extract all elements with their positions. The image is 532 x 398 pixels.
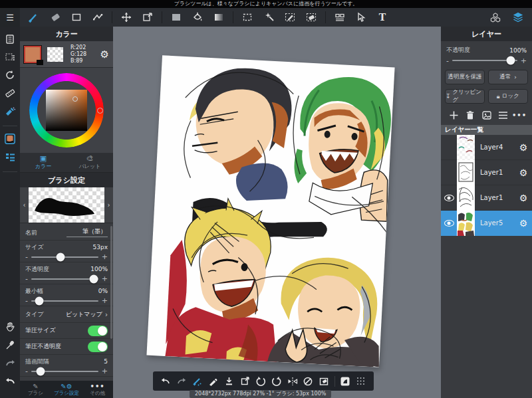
clipping-button[interactable]: ↧クリッピング xyxy=(445,89,485,104)
select-menu-icon[interactable] xyxy=(4,51,16,63)
tab-palette[interactable]: 🎨︎ パレット xyxy=(66,153,113,172)
text-tool-button[interactable]: T xyxy=(376,11,388,23)
deselect-button[interactable] xyxy=(303,375,314,387)
rotate-reset-icon[interactable] xyxy=(4,69,16,81)
tab-brush-settings[interactable]: ✎⚙ ブラシ設定 xyxy=(51,381,82,398)
layer-list-button[interactable] xyxy=(497,110,509,120)
move-tool-button[interactable] xyxy=(120,11,132,23)
plus-button[interactable]: + xyxy=(521,56,527,65)
foreground-color-swatch[interactable] xyxy=(24,46,41,63)
save-button[interactable] xyxy=(223,375,235,387)
shape-tool-button[interactable] xyxy=(70,11,82,23)
hue-marker[interactable] xyxy=(97,108,103,114)
bucket-tool-button[interactable] xyxy=(192,11,203,23)
material-quick-button[interactable] xyxy=(339,375,350,387)
minus-button[interactable]: - xyxy=(25,296,28,305)
layer-more-button[interactable]: ••• xyxy=(513,110,525,120)
plus-button[interactable]: + xyxy=(102,252,108,261)
saturation-value-box[interactable] xyxy=(46,90,87,131)
delete-layer-button[interactable] xyxy=(464,110,476,120)
brush-type-row[interactable]: タイプ ビットマップ › xyxy=(20,306,113,323)
pen-button[interactable] xyxy=(207,375,219,387)
color-settings-gear-icon[interactable]: ⚙ xyxy=(100,49,109,60)
tab-brush[interactable]: ✎ ブラシ xyxy=(20,381,51,398)
size-slider[interactable] xyxy=(31,256,98,258)
minus-button[interactable]: - xyxy=(25,367,28,375)
main-menu-button[interactable]: ☰ xyxy=(0,8,20,27)
layer-row[interactable]: Layer1 ⚙ xyxy=(441,160,532,185)
select-tool-button[interactable] xyxy=(241,11,253,23)
clear-button[interactable] xyxy=(319,375,330,387)
tab-other[interactable]: ••• その他 xyxy=(82,381,113,398)
tab-color[interactable]: ▣ カラー xyxy=(20,153,66,172)
brush-select-button[interactable] xyxy=(192,375,203,387)
select-eraser-tool-button[interactable] xyxy=(305,11,317,23)
sv-marker[interactable] xyxy=(72,96,78,102)
undo-button[interactable] xyxy=(160,375,172,387)
material-panel-button[interactable] xyxy=(489,11,501,23)
lock-button[interactable]: 🔒︎ロック xyxy=(488,89,528,104)
layer-row-selected[interactable]: Layer5 ⚙ xyxy=(441,211,532,236)
eraser-tool-button[interactable] xyxy=(49,11,61,23)
min-width-slider[interactable] xyxy=(31,300,98,302)
drawing-canvas[interactable] xyxy=(146,55,394,367)
layer-row[interactable]: Layer4 ⚙ xyxy=(441,135,532,160)
interval-slider[interactable] xyxy=(31,371,98,372)
layer-gear-icon[interactable]: ⚙ xyxy=(515,142,532,153)
transform-tool-button[interactable] xyxy=(142,11,154,23)
blend-mode-button[interactable]: 通常› xyxy=(488,70,528,84)
layer-gear-icon[interactable]: ⚙ xyxy=(515,193,532,203)
canvas-status-readout: 2048*2732px 778dpi 27% -1° ブラシ: 53px 100… xyxy=(190,390,331,398)
background-color-swatch[interactable] xyxy=(47,47,63,62)
flip-horizontal-button[interactable] xyxy=(287,375,298,387)
operation-tool-button[interactable] xyxy=(355,11,367,23)
airbrush-icon[interactable] xyxy=(4,105,16,117)
left-shortcut-bar xyxy=(0,27,20,398)
pages-icon[interactable] xyxy=(4,33,16,45)
plus-button[interactable]: + xyxy=(102,367,108,375)
minus-button[interactable]: - xyxy=(446,56,449,65)
brush-list-icon[interactable] xyxy=(4,151,16,163)
next-brush-chevron[interactable]: › xyxy=(104,187,113,223)
grid-button[interactable] xyxy=(355,375,366,387)
plus-button[interactable]: + xyxy=(102,296,108,305)
eyedropper-tool-icon[interactable] xyxy=(4,339,16,351)
protect-alpha-button[interactable]: 透明度を保護 xyxy=(445,70,485,84)
layers-panel-button[interactable] xyxy=(512,11,524,23)
visibility-toggle[interactable] xyxy=(441,195,457,201)
redo-button[interactable] xyxy=(176,375,188,387)
plus-button[interactable]: + xyxy=(102,274,108,283)
add-layer-button[interactable] xyxy=(448,110,460,120)
opacity-slider[interactable] xyxy=(31,278,98,280)
curve-tool-button[interactable] xyxy=(92,11,104,23)
visibility-toggle[interactable] xyxy=(441,220,457,227)
layer-row[interactable]: Layer1 ⚙ xyxy=(441,185,532,211)
color-swatch-icon[interactable] xyxy=(4,133,16,145)
select-pen-tool-button[interactable] xyxy=(284,11,296,23)
minus-button[interactable]: - xyxy=(25,252,28,261)
brush-name-value[interactable]: 筆（墨） xyxy=(66,227,108,237)
layer-gear-icon[interactable]: ⚙ xyxy=(515,218,532,229)
pressure-opacity-toggle[interactable] xyxy=(88,342,108,352)
magic-wand-tool-button[interactable] xyxy=(263,11,275,23)
rotate-cw-button[interactable] xyxy=(271,375,282,387)
layer-opacity-slider[interactable] xyxy=(452,60,517,61)
hand-tool-icon[interactable] xyxy=(4,321,16,333)
panel-scrollbar[interactable] xyxy=(110,226,112,339)
rotate-ccw-button[interactable] xyxy=(255,375,267,387)
redo-icon[interactable] xyxy=(4,357,16,369)
canvas-workspace[interactable]: 2048*2732px 778dpi 27% -1° ブラシ: 53px 100… xyxy=(113,27,441,398)
undo-icon[interactable] xyxy=(4,375,16,387)
duplicate-layer-button[interactable] xyxy=(481,110,493,120)
minus-button[interactable]: - xyxy=(25,274,28,283)
brush-stroke-preview[interactable] xyxy=(29,187,104,223)
brush-tool-button[interactable] xyxy=(28,11,40,23)
pressure-size-toggle[interactable] xyxy=(88,326,108,336)
prev-brush-chevron[interactable]: ‹ xyxy=(20,187,29,223)
ruler-icon[interactable] xyxy=(4,87,16,99)
gradient-tool-button[interactable] xyxy=(213,11,225,23)
layer-gear-icon[interactable]: ⚙ xyxy=(515,167,532,178)
fill-rect-tool-button[interactable] xyxy=(170,11,182,23)
export-button[interactable] xyxy=(239,375,251,387)
divide-tool-button[interactable] xyxy=(334,11,346,23)
